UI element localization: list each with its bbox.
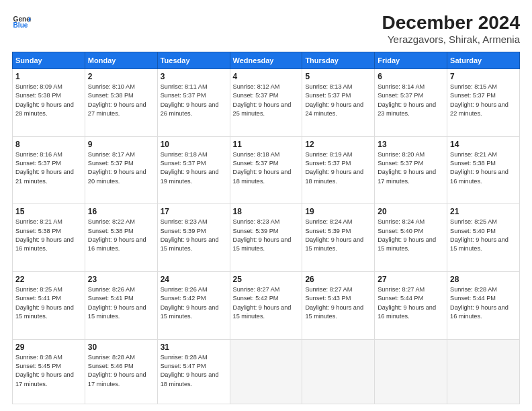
day-number: 13 bbox=[378, 140, 444, 149]
calendar-cell: 12Sunrise: 8:19 AM Sunset: 5:37 PM Dayli… bbox=[302, 136, 375, 204]
calendar-cell: 31Sunrise: 8:28 AM Sunset: 5:47 PM Dayli… bbox=[157, 339, 230, 404]
calendar-cell: 16Sunrise: 8:22 AM Sunset: 5:38 PM Dayli… bbox=[85, 204, 157, 272]
calendar-cell: 5Sunrise: 8:13 AM Sunset: 5:37 PM Daylig… bbox=[302, 69, 375, 137]
calendar-cell: 17Sunrise: 8:23 AM Sunset: 5:39 PM Dayli… bbox=[157, 204, 230, 272]
col-monday: Monday bbox=[85, 52, 157, 69]
day-number: 4 bbox=[233, 72, 300, 81]
day-number: 3 bbox=[161, 72, 227, 81]
day-number: 26 bbox=[305, 275, 371, 284]
calendar-cell: 15Sunrise: 8:21 AM Sunset: 5:38 PM Dayli… bbox=[13, 204, 85, 272]
calendar-cell: 3Sunrise: 8:11 AM Sunset: 5:37 PM Daylig… bbox=[157, 69, 230, 137]
day-number: 10 bbox=[161, 140, 227, 149]
day-info: Sunrise: 8:19 AM Sunset: 5:37 PM Dayligh… bbox=[305, 150, 371, 186]
day-number: 25 bbox=[233, 275, 300, 284]
day-number: 8 bbox=[15, 140, 82, 149]
day-info: Sunrise: 8:24 AM Sunset: 5:39 PM Dayligh… bbox=[305, 218, 371, 253]
calendar-cell: 4Sunrise: 8:12 AM Sunset: 5:37 PM Daylig… bbox=[230, 69, 302, 137]
calendar-week-row: 8Sunrise: 8:16 AM Sunset: 5:37 PM Daylig… bbox=[13, 136, 520, 204]
day-number: 7 bbox=[450, 72, 517, 81]
title-block: December 2024 Yerazgavors, Shirak, Armen… bbox=[382, 12, 520, 45]
day-info: Sunrise: 8:26 AM Sunset: 5:42 PM Dayligh… bbox=[161, 285, 227, 321]
day-number: 6 bbox=[378, 72, 444, 81]
day-number: 18 bbox=[233, 207, 300, 216]
day-info: Sunrise: 8:16 AM Sunset: 5:37 PM Dayligh… bbox=[15, 150, 82, 186]
day-number: 28 bbox=[450, 275, 517, 284]
day-info: Sunrise: 8:15 AM Sunset: 5:37 PM Dayligh… bbox=[450, 83, 517, 118]
day-info: Sunrise: 8:28 AM Sunset: 5:45 PM Dayligh… bbox=[15, 353, 82, 389]
logo: General Blue bbox=[12, 12, 31, 31]
day-number: 14 bbox=[450, 140, 517, 149]
day-info: Sunrise: 8:13 AM Sunset: 5:37 PM Dayligh… bbox=[305, 83, 371, 118]
day-number: 17 bbox=[161, 207, 227, 216]
calendar-cell: 6Sunrise: 8:14 AM Sunset: 5:37 PM Daylig… bbox=[375, 69, 447, 137]
calendar-cell: 19Sunrise: 8:24 AM Sunset: 5:39 PM Dayli… bbox=[302, 204, 375, 272]
svg-text:Blue: Blue bbox=[13, 21, 28, 29]
day-number: 22 bbox=[15, 275, 82, 284]
calendar-cell: 21Sunrise: 8:25 AM Sunset: 5:40 PM Dayli… bbox=[447, 204, 520, 272]
page-title: December 2024 bbox=[382, 12, 520, 34]
day-number: 2 bbox=[88, 72, 154, 81]
calendar-cell: 27Sunrise: 8:27 AM Sunset: 5:44 PM Dayli… bbox=[375, 272, 447, 340]
day-info: Sunrise: 8:27 AM Sunset: 5:44 PM Dayligh… bbox=[378, 285, 444, 321]
day-number: 29 bbox=[15, 342, 82, 352]
day-info: Sunrise: 8:23 AM Sunset: 5:39 PM Dayligh… bbox=[161, 218, 227, 253]
day-number: 11 bbox=[233, 140, 300, 149]
calendar-cell bbox=[375, 339, 447, 404]
calendar-cell: 26Sunrise: 8:27 AM Sunset: 5:43 PM Dayli… bbox=[302, 272, 375, 340]
col-sunday: Sunday bbox=[13, 52, 85, 69]
calendar-cell: 25Sunrise: 8:27 AM Sunset: 5:42 PM Dayli… bbox=[230, 272, 302, 340]
day-info: Sunrise: 8:20 AM Sunset: 5:37 PM Dayligh… bbox=[378, 150, 444, 186]
day-number: 20 bbox=[378, 207, 444, 216]
col-saturday: Saturday bbox=[447, 52, 520, 69]
day-info: Sunrise: 8:18 AM Sunset: 5:37 PM Dayligh… bbox=[161, 150, 227, 186]
calendar-week-row: 1Sunrise: 8:09 AM Sunset: 5:38 PM Daylig… bbox=[13, 69, 520, 137]
calendar-week-row: 22Sunrise: 8:25 AM Sunset: 5:41 PM Dayli… bbox=[13, 272, 520, 340]
calendar-cell: 2Sunrise: 8:10 AM Sunset: 5:38 PM Daylig… bbox=[85, 69, 157, 137]
day-number: 19 bbox=[305, 207, 371, 216]
day-info: Sunrise: 8:28 AM Sunset: 5:47 PM Dayligh… bbox=[161, 353, 227, 389]
col-thursday: Thursday bbox=[302, 52, 375, 69]
day-number: 23 bbox=[88, 275, 154, 284]
calendar-cell: 28Sunrise: 8:28 AM Sunset: 5:44 PM Dayli… bbox=[447, 272, 520, 340]
day-info: Sunrise: 8:26 AM Sunset: 5:41 PM Dayligh… bbox=[88, 285, 154, 321]
calendar-table: Sunday Monday Tuesday Wednesday Thursday… bbox=[12, 52, 520, 404]
col-friday: Friday bbox=[375, 52, 447, 69]
day-info: Sunrise: 8:25 AM Sunset: 5:40 PM Dayligh… bbox=[450, 218, 517, 253]
calendar-cell: 22Sunrise: 8:25 AM Sunset: 5:41 PM Dayli… bbox=[13, 272, 85, 340]
day-number: 16 bbox=[88, 207, 154, 216]
header: General Blue December 2024 Yerazgavors, … bbox=[12, 12, 520, 45]
day-info: Sunrise: 8:27 AM Sunset: 5:42 PM Dayligh… bbox=[233, 285, 300, 321]
calendar-week-row: 29Sunrise: 8:28 AM Sunset: 5:45 PM Dayli… bbox=[13, 339, 520, 404]
day-number: 15 bbox=[15, 207, 82, 216]
day-info: Sunrise: 8:12 AM Sunset: 5:37 PM Dayligh… bbox=[233, 83, 300, 118]
page: General Blue December 2024 Yerazgavors, … bbox=[0, 0, 532, 411]
calendar-cell: 1Sunrise: 8:09 AM Sunset: 5:38 PM Daylig… bbox=[13, 69, 85, 137]
calendar-cell: 14Sunrise: 8:21 AM Sunset: 5:38 PM Dayli… bbox=[447, 136, 520, 204]
day-number: 30 bbox=[88, 342, 154, 352]
page-subtitle: Yerazgavors, Shirak, Armenia bbox=[382, 34, 520, 45]
logo-icon: General Blue bbox=[12, 12, 31, 31]
calendar-cell: 8Sunrise: 8:16 AM Sunset: 5:37 PM Daylig… bbox=[13, 136, 85, 204]
calendar-cell: 11Sunrise: 8:18 AM Sunset: 5:37 PM Dayli… bbox=[230, 136, 302, 204]
day-number: 5 bbox=[305, 72, 371, 81]
day-info: Sunrise: 8:24 AM Sunset: 5:40 PM Dayligh… bbox=[378, 218, 444, 253]
day-number: 1 bbox=[15, 72, 82, 81]
day-info: Sunrise: 8:27 AM Sunset: 5:43 PM Dayligh… bbox=[305, 285, 371, 321]
day-info: Sunrise: 8:18 AM Sunset: 5:37 PM Dayligh… bbox=[233, 150, 300, 186]
day-info: Sunrise: 8:28 AM Sunset: 5:44 PM Dayligh… bbox=[450, 285, 517, 321]
day-info: Sunrise: 8:22 AM Sunset: 5:38 PM Dayligh… bbox=[88, 218, 154, 253]
day-info: Sunrise: 8:10 AM Sunset: 5:38 PM Dayligh… bbox=[88, 83, 154, 118]
calendar-cell: 10Sunrise: 8:18 AM Sunset: 5:37 PM Dayli… bbox=[157, 136, 230, 204]
day-number: 31 bbox=[161, 342, 227, 352]
day-info: Sunrise: 8:14 AM Sunset: 5:37 PM Dayligh… bbox=[378, 83, 444, 118]
day-info: Sunrise: 8:17 AM Sunset: 5:37 PM Dayligh… bbox=[88, 150, 154, 186]
day-info: Sunrise: 8:09 AM Sunset: 5:38 PM Dayligh… bbox=[15, 83, 82, 118]
day-number: 9 bbox=[88, 140, 154, 149]
calendar-cell: 7Sunrise: 8:15 AM Sunset: 5:37 PM Daylig… bbox=[447, 69, 520, 137]
calendar-cell: 30Sunrise: 8:28 AM Sunset: 5:46 PM Dayli… bbox=[85, 339, 157, 404]
day-number: 24 bbox=[161, 275, 227, 284]
day-info: Sunrise: 8:21 AM Sunset: 5:38 PM Dayligh… bbox=[450, 150, 517, 186]
day-info: Sunrise: 8:11 AM Sunset: 5:37 PM Dayligh… bbox=[161, 83, 227, 118]
day-info: Sunrise: 8:28 AM Sunset: 5:46 PM Dayligh… bbox=[88, 353, 154, 389]
day-number: 27 bbox=[378, 275, 444, 284]
